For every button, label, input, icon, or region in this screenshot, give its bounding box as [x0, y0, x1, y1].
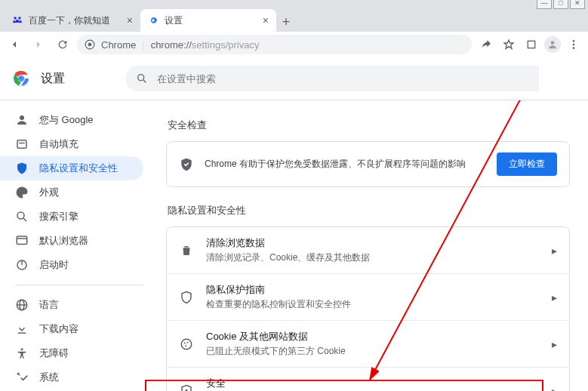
url-host: chrome:// [151, 39, 192, 51]
sidebar-item-label: 默认浏览器 [39, 234, 88, 248]
sidebar-item-appearance[interactable]: 外观 [0, 180, 143, 205]
chrome-logo-icon [12, 69, 30, 88]
shield-check-icon [179, 157, 194, 172]
window-controls: — □ ✕ [537, 0, 585, 9]
new-tab-button[interactable]: + [276, 12, 296, 32]
svg-point-5 [88, 43, 92, 47]
chevron-right-icon: ▸ [552, 245, 557, 257]
shield-icon [179, 291, 194, 304]
sidebar-item-label: 启动时 [39, 258, 69, 272]
sidebar-item-privacy[interactable]: 隐私设置和安全性 [0, 156, 143, 180]
forward-button[interactable] [29, 35, 48, 54]
sidebar-item-system[interactable]: 系统 [0, 365, 143, 389]
settings-header: 设置 [0, 57, 588, 100]
security-icon [179, 384, 194, 392]
sidebar-item-you-and-google[interactable]: 您与 Google [0, 108, 143, 132]
chevron-right-icon: ▸ [552, 338, 557, 350]
menu-button[interactable] [564, 35, 583, 54]
svg-point-9 [573, 44, 575, 46]
svg-point-3 [19, 20, 22, 23]
tab-close-icon[interactable]: × [263, 14, 269, 26]
settings-search-box[interactable] [125, 66, 539, 91]
sidebar-item-label: 自动填充 [39, 137, 79, 151]
row-title: 清除浏览数据 [206, 236, 540, 250]
tab-title: 百度一下，你就知道 [29, 14, 121, 27]
trash-icon [179, 244, 194, 257]
window-maximize-button[interactable]: □ [553, 0, 568, 9]
svg-point-30 [181, 339, 192, 349]
sidebar-item-search-engine[interactable]: 搜索引擎 [0, 205, 143, 229]
sidebar-item-label: 搜索引擎 [39, 210, 79, 223]
window-close-button[interactable]: ✕ [570, 0, 585, 9]
baidu-favicon-icon [12, 15, 23, 26]
settings-title: 设置 [41, 71, 65, 87]
window-minimize-button[interactable]: — [537, 0, 552, 9]
sidebar-item-on-startup[interactable]: 启动时 [0, 253, 143, 277]
svg-line-16 [143, 80, 146, 82]
sidebar-item-autofill[interactable]: 自动填充 [0, 132, 143, 156]
settings-search-input[interactable] [155, 72, 528, 85]
row-clear-data[interactable]: 清除浏览数据清除浏览记录、Cookie、缓存及其他数据 ▸ [167, 227, 569, 273]
row-desc: 清除浏览记录、Cookie、缓存及其他数据 [206, 251, 540, 264]
sidebar-item-label: 无障碍 [39, 346, 69, 360]
browser-tab[interactable]: 设置 × [140, 9, 276, 32]
gear-favicon-icon [148, 15, 159, 26]
section-title-privacy: 隐私设置和安全性 [168, 204, 570, 217]
back-button[interactable] [5, 35, 24, 54]
extensions-button[interactable] [522, 35, 541, 54]
svg-point-2 [13, 20, 16, 23]
row-title: 隐私保护指南 [206, 283, 540, 297]
svg-point-17 [20, 115, 24, 120]
sidebar-item-label: 下载内容 [39, 322, 79, 336]
url-path: settings/privacy [192, 39, 260, 51]
browser-tab[interactable]: 百度一下，你就知道 × [5, 9, 140, 32]
sidebar-item-languages[interactable]: 语言 [0, 293, 143, 317]
safety-check-button[interactable]: 立即检查 [497, 152, 557, 176]
chevron-right-icon: ▸ [552, 385, 557, 392]
search-icon [136, 72, 148, 85]
safety-check-text: Chrome 有助于保护您免受数据泄露、不良扩展程序等问题的影响 [205, 158, 486, 171]
svg-rect-18 [17, 140, 26, 149]
sidebar-item-label: 隐私设置和安全性 [39, 162, 118, 175]
svg-point-14 [19, 76, 23, 81]
chrome-scheme-icon [85, 39, 95, 50]
share-button[interactable] [476, 35, 496, 54]
address-bar[interactable]: Chrome | chrome://settings/privacy [77, 35, 472, 54]
svg-point-15 [138, 75, 144, 81]
row-security[interactable]: 安全安全浏览（保护您免受危险网站的侵害）和其他安全设置 ▸ [167, 367, 569, 391]
sidebar-item-label: 您与 Google [39, 113, 94, 127]
bookmark-button[interactable] [499, 35, 519, 54]
profile-avatar[interactable] [544, 36, 561, 53]
svg-point-20 [17, 212, 24, 219]
svg-rect-22 [17, 236, 27, 245]
row-title: Cookie 及其他网站数据 [206, 330, 540, 343]
svg-point-32 [187, 341, 189, 343]
sidebar-item-default-browser[interactable]: 默认浏览器 [0, 229, 143, 253]
svg-point-7 [551, 41, 555, 45]
row-desc: 已阻止无痕模式下的第三方 Cookie [206, 345, 540, 358]
settings-sidebar: 您与 Google 自动填充 隐私设置和安全性 外观 搜索引擎 默认浏览器 启动… [0, 100, 143, 391]
svg-point-10 [573, 47, 575, 49]
sidebar-item-label: 语言 [39, 298, 59, 312]
sidebar-item-accessibility[interactable]: 无障碍 [0, 341, 143, 365]
url-scheme-label: Chrome [101, 39, 136, 51]
cookie-icon [179, 337, 194, 351]
settings-main: 安全检查 Chrome 有助于保护您免受数据泄露、不良扩展程序等问题的影响 立即… [143, 100, 588, 391]
browser-toolbar: Chrome | chrome://settings/privacy [0, 32, 588, 58]
row-cookies[interactable]: Cookie 及其他网站数据已阻止无痕模式下的第三方 Cookie ▸ [167, 320, 569, 367]
sidebar-item-label: 系统 [39, 371, 59, 384]
svg-point-0 [14, 17, 17, 20]
tab-title: 设置 [165, 14, 257, 27]
tab-close-icon[interactable]: × [127, 14, 133, 26]
svg-point-31 [184, 342, 186, 343]
sidebar-separator [15, 285, 143, 285]
reload-button[interactable] [53, 35, 72, 54]
chevron-right-icon: ▸ [552, 291, 557, 303]
svg-point-33 [185, 345, 186, 346]
row-privacy-guide[interactable]: 隐私保护指南检查重要的隐私控制设置和安全控件 ▸ [167, 273, 569, 320]
sidebar-item-downloads[interactable]: 下载内容 [0, 317, 143, 341]
window-titlebar: — □ ✕ [0, 0, 588, 6]
svg-point-1 [18, 17, 21, 20]
svg-rect-6 [528, 41, 534, 48]
row-title: 安全 [206, 377, 540, 390]
